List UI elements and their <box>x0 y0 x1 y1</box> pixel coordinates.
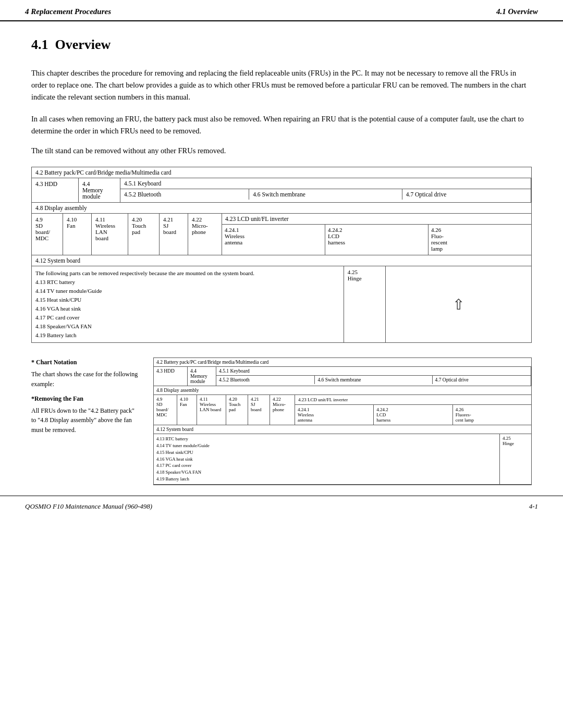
body-paragraph-2: In all cases when removing an FRU, the b… <box>31 113 532 137</box>
small-lcd-bottom: 4.24.1 Wireless antenna 4.24.2 LCD harne… <box>295 405 531 425</box>
small-touch: 4.20 Touch pad <box>226 395 248 425</box>
small-hdd: 4.3 HDD <box>154 367 188 386</box>
chart-notation: * Chart Notation The chart shows the cas… <box>31 357 141 485</box>
chart-right-group: 4.5.1 Keyboard 4.5.2 Bluetooth 4.6 Switc… <box>120 178 531 202</box>
body-paragraph-1: This chapter describes the procedure for… <box>31 67 532 104</box>
chart-lcd-group: 4.23 LCD unit/FL inverter 4.24.1 Wireles… <box>222 214 531 255</box>
page-content: 4.1 Overview This chapter describes the … <box>0 21 563 496</box>
chart-row1: 4.2 Battery pack/PC card/Bridge media/Mu… <box>32 167 531 178</box>
small-right-group: 4.5.1 Keyboard 4.5.2 Bluetooth 4.6 Switc… <box>216 367 531 386</box>
small-chart-row3: 4.8 Display assembly <box>154 386 531 395</box>
small-chart-row1: 4.2 Battery pack/PC card/Bridge media/Mu… <box>154 358 531 367</box>
header-left: 4 Replacement Procedures <box>25 7 111 16</box>
notation-line1: The chart shows the case for the followi… <box>31 369 141 389</box>
chart-row6: The following parts can be removed respe… <box>32 266 531 342</box>
small-wireless-ant: 4.24.1 Wireless antenna <box>295 405 374 425</box>
small-lcd-group: 4.23 LCD unit/FL inverter 4.24.1 Wireles… <box>295 395 531 425</box>
chart-hinge: 4.25 Hinge <box>344 266 386 342</box>
chart-optical: 4.7 Optical drive <box>402 189 531 200</box>
page: 4 Replacement Procedures 4.1 Overview 4.… <box>0 0 563 728</box>
lower-section: * Chart Notation The chart shows the cas… <box>31 357 532 485</box>
header-right: 4.1 Overview <box>496 7 538 16</box>
chart-sd: 4.9 SD board/ MDC <box>32 214 63 255</box>
arrow-up-icon: ⇧ <box>452 296 464 313</box>
small-lcd-top: 4.23 LCD unit/FL inverter <box>295 395 531 405</box>
chart-wireless: 4.11 Wireless LAN board <box>92 214 128 255</box>
small-fru-chart: 4.2 Battery pack/PC card/Bridge media/Mu… <box>153 357 532 485</box>
footer-right: 4-1 <box>529 502 538 511</box>
page-header: 4 Replacement Procedures 4.1 Overview <box>0 0 563 21</box>
small-lcd-harness: 4.24.2 LCD harness <box>374 405 452 425</box>
small-sj: 4.21 SJ board <box>248 395 270 425</box>
section-number: 4.1 <box>31 37 48 52</box>
chart-micro: 4.22 Micro- phone <box>188 214 222 255</box>
small-wireless: 4.11 Wireless LAN board <box>197 395 226 425</box>
chart-lcd-bottom: 4.24.1 Wireless antenna 4.24.2 LCD harne… <box>222 225 531 255</box>
chart-wireless-ant: 4.24.1 Wireless antenna <box>222 225 325 255</box>
small-chart-row2: 4.3 HDD 4.4 Memory module 4.5.1 Keyboard <box>154 367 531 386</box>
small-fan: 4.10 Fan <box>177 395 197 425</box>
chart-row2-bottom: 4.5.2 Bluetooth 4.6 Switch membrane 4.7 … <box>120 189 531 200</box>
small-switch: 4.6 Switch membrane <box>315 376 432 384</box>
chart-arrow: ⇧ <box>386 266 531 342</box>
small-memory: 4.4 Memory module <box>188 367 216 386</box>
chart-lcd-top: 4.23 LCD unit/FL inverter <box>222 214 531 225</box>
chart-keyboard: 4.5.1 Keyboard <box>120 178 531 189</box>
chart-row3: 4.8 Display assembly <box>32 203 531 214</box>
chart-row4: 4.9 SD board/ MDC 4.10 Fan 4.11 Wireless… <box>32 214 531 255</box>
chart-lcd-harness: 4.24.2 LCD harness <box>325 225 429 255</box>
section-title: 4.1 Overview <box>31 37 532 53</box>
chart-fluor-lamp: 4.26 Fluo- rescent lamp <box>429 225 531 255</box>
small-optical: 4.7 Optical drive <box>433 376 531 384</box>
small-row2-bottom: 4.5.2 Bluetooth 4.6 Switch membrane 4.7 … <box>216 376 531 384</box>
chart-touch: 4.20 Touch pad <box>128 214 160 255</box>
chart-fan: 4.10 Fan <box>63 214 92 255</box>
chart-switch: 4.6 Switch membrane <box>249 189 402 200</box>
small-chart-row6: 4.13 RTC battery 4.14 TV tuner module/Gu… <box>154 434 531 484</box>
small-parts-list: 4.13 RTC battery 4.14 TV tuner module/Gu… <box>154 434 500 484</box>
notation-title: * Chart Notation <box>31 357 141 367</box>
small-hinge: 4.25 Hinge <box>500 434 531 484</box>
chart-display: 4.8 Display assembly <box>35 205 87 211</box>
chart-row2: 4.3 HDD 4.4 Memory module 4.5.1 Keyboard… <box>32 178 531 203</box>
section-title-text: Overview <box>55 37 111 52</box>
chart-row5: 4.12 System board <box>32 255 531 266</box>
small-keyboard: 4.5.1 Keyboard <box>216 367 531 376</box>
large-fru-chart: 4.2 Battery pack/PC card/Bridge media/Mu… <box>31 167 532 343</box>
footer-left: QOSMIO F10 Maintenance Manual (960-498) <box>25 502 152 511</box>
chart-memory: 4.4 Memory module <box>79 178 120 202</box>
chart-battery-row: 4.2 Battery pack/PC card/Bridge media/Mu… <box>35 169 172 176</box>
chart-system-board: 4.12 System board <box>35 257 80 264</box>
small-chart-row5: 4.12 System board <box>154 425 531 434</box>
page-footer: QOSMIO F10 Maintenance Manual (960-498) … <box>0 496 563 517</box>
notation-line3: All FRUs down to the "4.2 Battery pack" … <box>31 406 141 435</box>
chart-bluetooth: 4.5.2 Bluetooth <box>120 189 249 200</box>
small-sd: 4.9 SD board/ MDC <box>154 395 177 425</box>
small-chart-row4: 4.9 SD board/ MDC 4.10 Fan 4.11 Wireless… <box>154 395 531 425</box>
small-chart-wrap: 4.2 Battery pack/PC card/Bridge media/Mu… <box>153 357 532 485</box>
notation-line2: *Removing the Fan <box>31 394 141 404</box>
body-paragraph-3: The tilt stand can be removed without an… <box>31 146 532 155</box>
chart-sj: 4.21 SJ board <box>160 214 188 255</box>
small-fluor: 4.26 Fluores- cent lamp <box>453 405 531 425</box>
small-micro: 4.22 Micro- phone <box>270 395 295 425</box>
chart-parts-list: The following parts can be removed respe… <box>32 266 344 342</box>
small-bluetooth: 4.5.2 Bluetooth <box>216 376 315 384</box>
chart-hdd: 4.3 HDD <box>32 178 79 202</box>
